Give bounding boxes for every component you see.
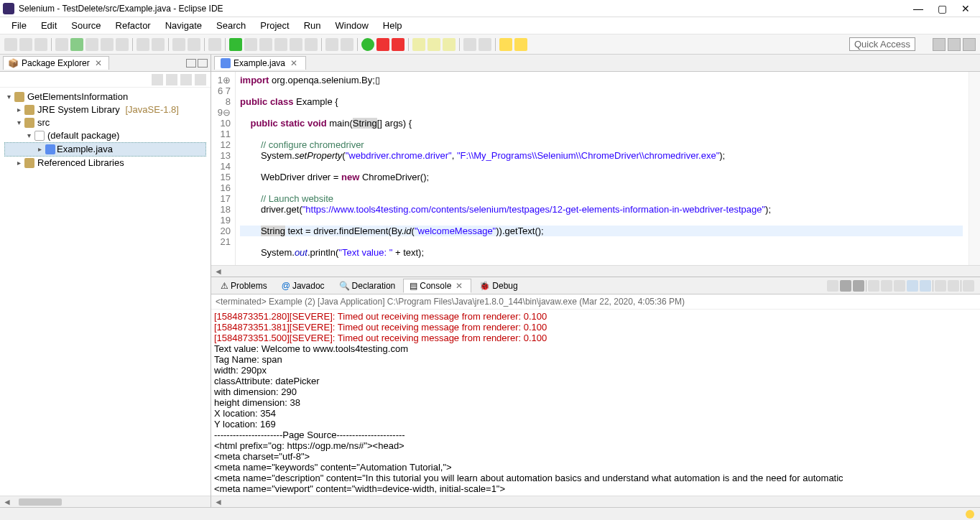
tree-jre[interactable]: JRE System Library	[37, 103, 120, 116]
tab-console[interactable]: ▤Console✕	[403, 279, 471, 293]
remove-all-button[interactable]	[853, 280, 864, 292]
terminate-console-button[interactable]	[827, 280, 838, 292]
next-annotation-button[interactable]	[463, 38, 476, 51]
open-type-button[interactable]	[172, 38, 185, 51]
overview-ruler[interactable]	[969, 72, 980, 265]
step-over-button[interactable]	[290, 38, 302, 51]
tree-file[interactable]: Example.java	[57, 143, 113, 156]
close-tab-icon[interactable]: ✕	[288, 58, 300, 68]
open-task-button[interactable]	[412, 38, 425, 51]
open-console-button[interactable]	[948, 280, 959, 292]
debug-button[interactable]	[376, 38, 389, 51]
pin-console-button[interactable]	[920, 280, 931, 292]
menu-help[interactable]: Help	[377, 19, 408, 32]
external-button[interactable]	[116, 38, 129, 51]
step-into-button[interactable]	[274, 38, 287, 51]
save-all-button[interactable]	[34, 38, 47, 51]
tab-debug[interactable]: 🐞Debug	[473, 279, 524, 293]
save-button[interactable]	[19, 38, 32, 51]
open-search-button[interactable]	[427, 38, 440, 51]
new-package-button[interactable]	[137, 38, 149, 51]
prev-annotation-button[interactable]	[479, 38, 491, 51]
package-explorer-tab[interactable]: 📦 Package Explorer ✕	[3, 56, 109, 70]
scroll-lock-button[interactable]	[881, 280, 892, 292]
code-editor[interactable]: 1⊕ 6 7 8 9⊖ 10 11 12 13 14 15 16 17 18 1…	[211, 72, 980, 265]
tab-declaration[interactable]: 🔍Declaration	[333, 279, 402, 293]
new-console-button[interactable]	[963, 280, 974, 292]
window-title: Selenium - TestDelete/src/Example.java -…	[19, 4, 913, 14]
package-explorer-title: Package Explorer	[22, 58, 90, 68]
collapse-all-button[interactable]	[152, 74, 163, 85]
console-icon: ▤	[410, 281, 417, 291]
run-button[interactable]	[361, 38, 374, 51]
close-tab-icon[interactable]: ✕	[453, 281, 465, 291]
menu-source[interactable]: Source	[65, 19, 106, 32]
new-class-button[interactable]	[152, 38, 165, 51]
console-hscroll[interactable]: ◄	[211, 496, 980, 507]
step-return-button[interactable]	[305, 38, 318, 51]
tab-javadoc[interactable]: @Javadoc	[275, 279, 331, 293]
editor-hscroll[interactable]: ◄	[211, 265, 980, 277]
new-button[interactable]	[4, 38, 17, 51]
build-button[interactable]	[55, 38, 68, 51]
console-line: X location: 354	[214, 408, 977, 419]
package-tree[interactable]: ▾GetElementsInformation ▸JRE System Libr…	[0, 88, 211, 496]
editor-area: Example.java ✕ 1⊕ 6 7 8 9⊖ 10 11 12 13 1…	[211, 55, 980, 277]
minimize-button[interactable]: —	[913, 3, 923, 14]
forward-button[interactable]	[514, 38, 527, 51]
menu-edit[interactable]: Edit	[35, 19, 63, 32]
quick-access[interactable]: Quick Access	[849, 37, 915, 51]
profile-button[interactable]	[392, 38, 405, 51]
clear-console-button[interactable]	[868, 280, 879, 292]
left-hscroll[interactable]: ◄	[0, 496, 211, 507]
back-button[interactable]	[499, 38, 512, 51]
resume-button[interactable]	[229, 38, 242, 51]
toggle-breadcrumb[interactable]	[208, 38, 221, 51]
annotate-button[interactable]	[443, 38, 456, 51]
eclipse-icon	[3, 3, 14, 14]
menu-navigate[interactable]: Navigate	[160, 19, 208, 32]
drop-to-frame-button[interactable]	[325, 38, 338, 51]
debug-dropdown[interactable]	[70, 38, 83, 51]
coverage-button[interactable]	[101, 38, 114, 51]
close-view-icon[interactable]: ✕	[93, 58, 104, 68]
code-content[interactable]: import org.openqa.selenium.By;▯ public c…	[236, 72, 969, 265]
show-console-button[interactable]	[907, 280, 918, 292]
debug-perspective-button[interactable]	[963, 38, 976, 51]
use-step-filters-button[interactable]	[341, 38, 353, 51]
console-line: Y location: 169	[214, 419, 977, 430]
menu-file[interactable]: File	[6, 19, 32, 32]
maximize-button[interactable]: ▢	[938, 3, 947, 14]
menu-project[interactable]: Project	[254, 19, 295, 32]
tree-reflib[interactable]: Referenced Libraries	[37, 157, 124, 170]
tree-src[interactable]: src	[37, 116, 50, 129]
editor-tab-example[interactable]: Example.java ✕	[214, 56, 306, 70]
remove-launch-button[interactable]	[840, 280, 851, 292]
src-folder-icon	[24, 118, 34, 128]
menu-search[interactable]: Search	[211, 19, 251, 32]
tab-problems[interactable]: ⚠Problems	[214, 279, 274, 293]
toolbar-separator	[51, 38, 52, 51]
run-dropdown[interactable]	[85, 38, 98, 51]
word-wrap-button[interactable]	[894, 280, 905, 292]
java-perspective-button[interactable]	[948, 38, 961, 51]
suspend-button[interactable]	[244, 38, 257, 51]
focus-button[interactable]	[180, 74, 192, 85]
search-button[interactable]	[188, 38, 200, 51]
tree-package[interactable]: (default package)	[47, 129, 119, 142]
menu-run[interactable]: Run	[298, 19, 327, 32]
console-line: width: 290px	[214, 365, 977, 376]
terminate-button[interactable]	[259, 38, 272, 51]
close-button[interactable]: ✕	[961, 3, 970, 14]
tip-bulb-icon[interactable]	[966, 510, 974, 519]
console-output[interactable]: [1584873351.280][SEVERE]: Timed out rece…	[211, 310, 980, 496]
menu-window[interactable]: Window	[330, 19, 374, 32]
view-maximize-button[interactable]	[198, 59, 208, 68]
menu-refactor[interactable]: Refactor	[110, 19, 157, 32]
tree-project[interactable]: GetElementsInformation	[27, 90, 128, 103]
view-minimize-button[interactable]	[186, 59, 196, 68]
view-menu-button[interactable]	[195, 74, 206, 85]
display-selected-button[interactable]	[935, 280, 946, 292]
open-perspective-button[interactable]	[933, 38, 946, 51]
link-editor-button[interactable]	[166, 74, 177, 85]
